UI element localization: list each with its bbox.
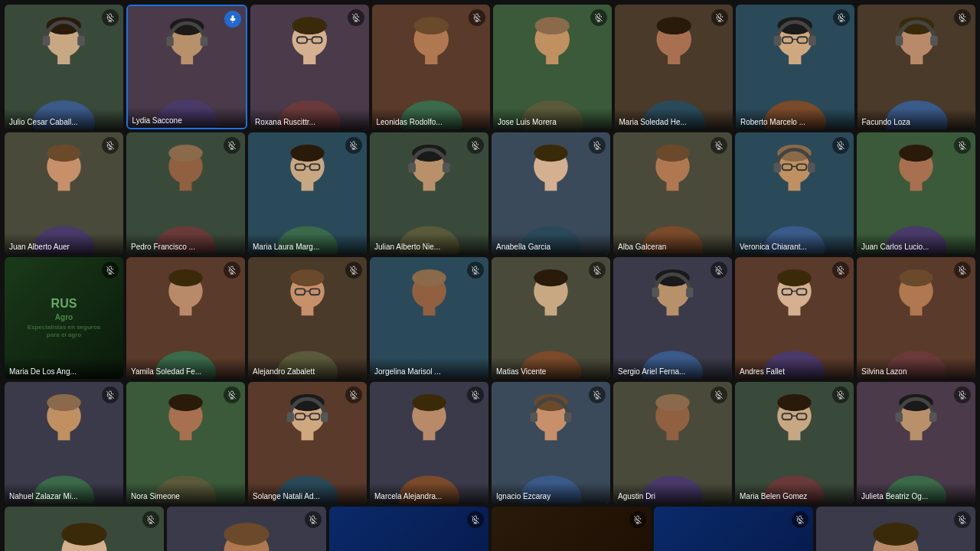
participant-tile[interactable]: Roberto Marcelo ... — [736, 5, 854, 129]
participant-name: Leonidas Rodolfo... — [372, 109, 491, 129]
grid-row-5: Tomas Rojas Martin Sebastian Coppa — [5, 507, 975, 552]
participant-tile[interactable]: Martin Sebastian Coppa — [167, 507, 326, 552]
video-grid: Julio Cesar Caball... Lydia Saccone — [0, 0, 980, 551]
svg-rect-55 — [930, 36, 938, 46]
participant-tile[interactable]: Ignacio Ezcaray — [492, 382, 610, 504]
svg-rect-48 — [808, 36, 816, 46]
participant-tile[interactable]: Maria Laura Marg... — [248, 132, 367, 254]
mute-icon — [590, 9, 607, 26]
participant-name: Julio Cesar Caball... — [5, 109, 123, 129]
participant-tile[interactable]: Sergio Ariel Ferna... — [613, 257, 732, 379]
participant-tile[interactable]: Pedro Francisco ... — [126, 132, 245, 254]
mute-icon — [467, 137, 484, 154]
participant-tile[interactable]: Silvina Lazon — [857, 257, 975, 379]
participant-tile[interactable]: Leonidas Rodolfo... — [372, 5, 491, 129]
participant-name: Anabella Garcia — [492, 233, 610, 254]
participant-tile[interactable]: Andres Fallet — [735, 257, 854, 379]
participant-tile[interactable]: RUS Agro Especialistas en segurospara el… — [5, 257, 123, 379]
participant-name: Andres Fallet — [735, 358, 854, 379]
participant-tile[interactable]: Diego Alejandro Frontoni — [816, 507, 975, 552]
svg-point-153 — [47, 393, 81, 410]
svg-rect-47 — [774, 36, 782, 46]
participant-tile[interactable]: RUS Juan Pablo Peralta — [654, 507, 813, 552]
participant-tile[interactable]: Matias Vicente — [492, 257, 610, 379]
mute-icon — [348, 9, 364, 26]
mute-icon — [467, 386, 484, 403]
svg-point-185 — [655, 393, 690, 410]
participant-tile[interactable]: Veronica Chiarant... — [735, 132, 854, 254]
mute-icon — [711, 9, 728, 26]
participant-name: Roxana Ruscittr... — [250, 109, 369, 129]
mute-icon — [469, 9, 485, 26]
participant-tile[interactable]: Maria Soledad He... — [615, 5, 733, 129]
participant-tile[interactable]: Marcela Alejandra... — [370, 382, 488, 504]
svg-point-85 — [534, 144, 568, 161]
mute-icon — [832, 262, 849, 279]
participant-name: Agustin Dri — [613, 483, 732, 504]
participant-name: Juan Carlos Lucio... — [857, 233, 975, 254]
participant-tile[interactable]: Yamila Soledad Fe... — [126, 257, 245, 379]
participant-tile[interactable]: Alba Galceran — [613, 132, 732, 254]
participant-tile[interactable]: Roxana Ruscittr... — [250, 5, 369, 129]
mute-icon — [102, 137, 119, 154]
participant-tile[interactable]: Nahuel Zalazar Mi... — [5, 382, 123, 504]
participant-tile[interactable]: Julieta Beatriz Og... — [857, 382, 975, 504]
mute-icon — [629, 511, 646, 528]
participant-tile[interactable]: Tomas Rojas — [5, 507, 164, 552]
participant-tile[interactable]: Juan Alberto Auer — [5, 132, 123, 254]
participant-tile[interactable]: Juan Carlos Lucio... — [857, 132, 975, 254]
svg-rect-12 — [166, 37, 174, 47]
grid-row-1: Julio Cesar Caball... Lydia Saccone — [5, 5, 975, 129]
participant-tile[interactable]: Nora Simeone — [126, 382, 245, 504]
svg-point-33 — [535, 17, 570, 34]
mute-icon — [954, 262, 971, 279]
participant-tile[interactable]: Maria Belen Gomez — [735, 382, 854, 504]
participant-name: Lydia Saccone — [128, 107, 247, 128]
participant-tile[interactable]: Sabrina Noemi Cabrera — [492, 507, 651, 552]
participant-name: Pedro Francisco ... — [126, 233, 245, 254]
participant-tile[interactable]: Julio Cesar Caball... — [5, 5, 123, 129]
participant-name: Silvina Lazon — [857, 358, 975, 379]
participant-tile[interactable]: Anabella Garcia — [492, 132, 610, 254]
participant-name: Nora Simeone — [126, 483, 245, 504]
participant-tile[interactable]: Jorgelina Marisol ... — [370, 257, 488, 379]
svg-point-128 — [534, 269, 568, 285]
mute-icon — [345, 137, 362, 154]
mute-icon — [832, 386, 849, 403]
svg-rect-135 — [686, 287, 694, 297]
participant-tile[interactable]: Alejandro Zabalett — [248, 257, 367, 379]
participant-tile[interactable]: Solange Natali Ad... — [248, 382, 367, 504]
participant-name: Sergio Ariel Ferna... — [613, 358, 732, 379]
mute-icon — [589, 386, 606, 403]
mute-icon — [467, 262, 484, 279]
participant-name: Juan Alberto Auer — [5, 233, 123, 254]
mute-icon — [102, 386, 119, 403]
svg-point-148 — [899, 269, 933, 285]
mute-icon — [224, 262, 240, 279]
mute-icon — [102, 262, 119, 279]
participant-tile[interactable]: Julian Alberto Nie... — [370, 132, 488, 254]
participant-tile[interactable]: Facundo Loza — [858, 5, 976, 129]
svg-rect-168 — [321, 412, 328, 422]
mute-icon — [710, 386, 727, 403]
mute-icon — [589, 262, 606, 279]
participant-name: Maria De Los Ang... — [5, 358, 123, 379]
svg-rect-13 — [200, 37, 207, 47]
participant-name: Maria Laura Marg... — [248, 233, 367, 254]
svg-rect-180 — [564, 412, 572, 422]
participant-tile[interactable]: Jose Luis Morera — [493, 5, 612, 129]
svg-rect-179 — [530, 412, 537, 422]
svg-point-105 — [899, 144, 933, 161]
svg-rect-54 — [895, 36, 903, 46]
participant-tile[interactable]: Lydia Saccone — [126, 5, 248, 129]
svg-point-123 — [412, 269, 446, 285]
svg-point-60 — [47, 144, 81, 161]
participant-name: Maria Soledad He... — [615, 109, 733, 129]
participant-name: Jose Luis Morera — [493, 109, 612, 129]
participant-tile[interactable]: RUS Luciana Victoria Pagliaricci — [329, 507, 488, 552]
mute-icon — [224, 137, 240, 154]
svg-point-158 — [168, 393, 203, 410]
svg-rect-6 — [77, 36, 85, 46]
mute-icon — [589, 137, 606, 154]
participant-tile[interactable]: Agustin Dri — [613, 382, 732, 504]
